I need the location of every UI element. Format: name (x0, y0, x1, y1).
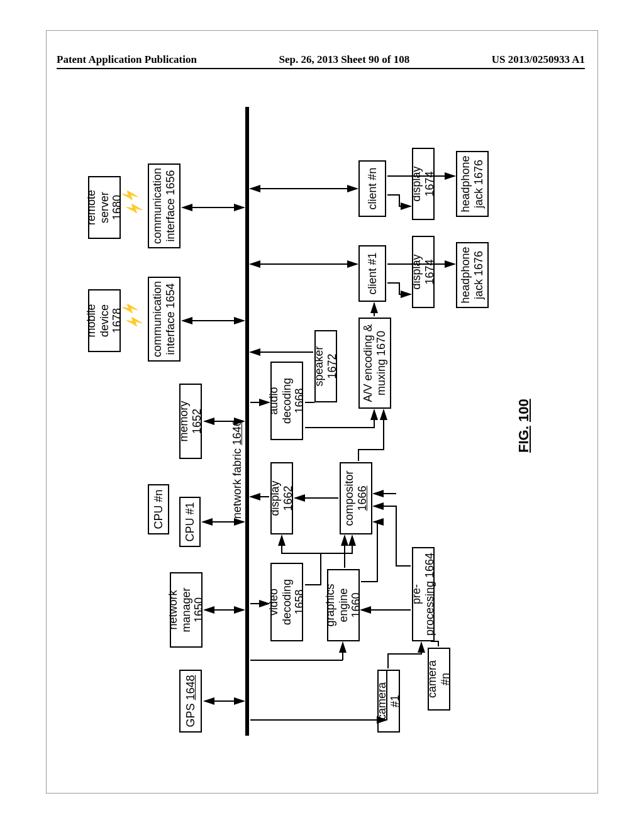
header-center: Sep. 26, 2013 Sheet 90 of 108 (279, 53, 409, 66)
header-left: Patent Application Publication (57, 53, 197, 66)
header-right: US 2013/0250933 A1 (492, 53, 585, 66)
header-rule (57, 68, 585, 69)
connector-arrows (82, 101, 547, 742)
page-header: Patent Application Publication Sep. 26, … (57, 53, 585, 66)
diagram-container: network fabric 1646 mobiledevice 1678 re… (0, 189, 635, 654)
